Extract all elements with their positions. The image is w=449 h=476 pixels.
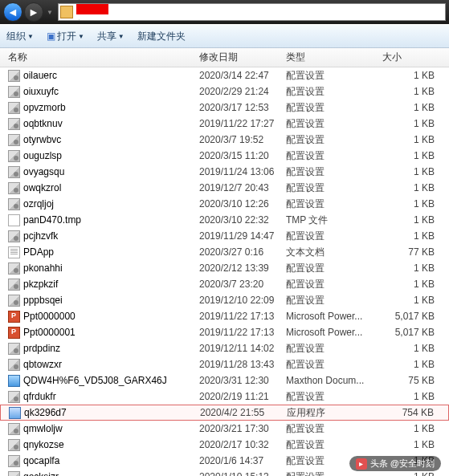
file-date: 2019/11/22 17:13 [199,311,286,322]
breadcrumb-item[interactable]: xx [76,3,117,14]
file-name: Ppt0000001 [23,327,76,338]
file-name: prdpdinz [23,343,60,354]
table-row[interactable]: opvzmorb2020/3/17 12:53配置设置1 KB [0,100,449,116]
file-size: 1 KB [382,471,449,476]
new-folder-button[interactable]: 新建文件夹 [137,30,186,43]
address-bar[interactable]: 计算机▸Win7 (C:)▸用户▸xx▸AppData▸Local▸Temp▸ [58,3,446,21]
table-row[interactable]: Ppt00000012019/11/22 17:13Microsoft Powe… [0,324,449,340]
file-name: qocksizr [23,471,59,476]
file-date: 2020/2/29 21:24 [199,86,286,97]
table-row[interactable]: pkzpkzif2020/3/7 23:20配置设置1 KB [0,276,449,292]
table-row[interactable]: QDW4H%F6_VD5J08_GARX46J2020/3/31 12:30Ma… [0,372,449,389]
table-row[interactable]: panD470.tmp2020/3/10 22:32TMP 文件1 KB [0,212,449,228]
table-row[interactable]: otyrwbvc2020/3/7 19:52配置设置1 KB [0,132,449,148]
config-icon [8,70,20,82]
file-list: oilauerc2020/3/14 22:47配置设置1 KBoiuxuyfc2… [0,67,449,476]
file-size: 75 KB [382,375,449,386]
chevron-down-icon: ▼ [118,33,124,40]
file-type: 配置设置 [286,117,382,131]
file-name: owqkzrol [23,182,61,193]
col-size[interactable]: 大小 [382,51,449,64]
breadcrumb: 计算机▸Win7 (C:)▸用户▸xx▸AppData▸Local▸Temp▸ [76,3,117,21]
file-size: 1 KB [382,182,449,193]
file-name: pkonahhi [23,262,63,274]
table-row[interactable]: pkonahhi2020/2/12 13:39配置设置1 KB [0,260,449,276]
file-date: 2020/3/7 23:20 [199,279,286,290]
file-name: ovyagsqu [23,166,64,177]
file-size: 1 KB [382,423,449,434]
table-row[interactable]: PDApp2020/3/27 0:16文本文档77 KB [0,244,449,260]
table-row[interactable]: qmwloljw2020/3/21 17:30配置设置1 KB [0,421,449,437]
file-type: Microsoft Power... [286,327,382,338]
chevron-right-icon: ▸ [76,17,85,21]
config-icon [8,391,20,403]
chevron-down-icon: ▼ [78,33,84,40]
table-row[interactable]: oiuxuyfc2020/2/29 21:24配置设置1 KB [0,83,449,100]
config-icon [8,230,20,242]
file-size: 77 KB [382,246,449,258]
file-name: qnykozse [23,439,64,450]
col-name[interactable]: 名称 [0,51,199,64]
config-icon [8,343,20,355]
table-row[interactable]: oilauerc2020/3/14 22:47配置设置1 KB [0,67,449,83]
table-row[interactable]: pppbsqei2019/12/10 22:09配置设置1 KB [0,292,449,308]
file-size: 1 KB [382,230,449,242]
file-date: 2020/2/19 11:21 [199,391,286,402]
col-type[interactable]: 类型 [286,51,382,64]
table-row[interactable]: prdpdinz2019/12/11 14:02配置设置1 KB [0,340,449,356]
file-size: 1 KB [382,86,449,97]
table-row[interactable]: qfrdukfr2020/2/19 11:21配置设置1 KB [0,389,449,405]
file-date: 2020/2/17 10:32 [199,439,286,450]
table-row[interactable]: ovyagsqu2019/11/24 13:06配置设置1 KB [0,164,449,180]
table-row[interactable]: ouguzlsp2020/3/15 11:20配置设置1 KB [0,148,449,164]
file-type: 配置设置 [286,278,382,291]
file-type: 配置设置 [286,438,382,452]
watermark: ▸ 头条 @安全时刻 [349,456,441,471]
table-row[interactable]: owqkzrol2019/12/7 20:43配置设置1 KB [0,180,449,196]
file-name: ozrqljoj [23,198,54,210]
file-type: 文本文档 [286,246,382,259]
file-name: panD470.tmp [23,214,81,226]
file-date: 2019/12/10 22:09 [199,295,286,306]
file-size: 1 KB [382,214,449,226]
table-row[interactable]: pcjhzvfk2019/11/29 14:47配置设置1 KB [0,228,449,244]
file-date: 2020/3/21 17:30 [199,423,286,434]
file-type: 配置设置 [286,165,382,179]
file-name: pkzpkzif [23,279,58,290]
table-row[interactable]: oqbtknuv2019/11/22 17:27配置设置1 KB [0,116,449,132]
file-date: 2019/12/11 14:02 [199,343,286,354]
file-date: 2019/11/29 14:47 [199,230,286,242]
table-row[interactable]: ozrqljoj2020/3/10 12:26配置设置1 KB [0,196,449,212]
file-type: 配置设置 [286,197,382,211]
toolbar: 组织 ▼ ▣ 打开 ▼ 共享 ▼ 新建文件夹 [0,24,449,48]
share-menu[interactable]: 共享 ▼ [97,30,124,43]
file-date: 2020/4/2 21:55 [200,407,287,418]
table-row[interactable]: qbtowzxr2019/11/28 13:43配置设置1 KB [0,356,449,372]
config-icon [8,198,20,210]
file-type: 配置设置 [286,390,382,404]
nav-history-dropdown[interactable]: ▼ [45,4,55,20]
file-date: 2019/11/22 17:27 [199,118,286,129]
file-name: PDApp [23,246,54,258]
exe-icon [9,407,21,419]
open-button[interactable]: ▣ 打开 ▼ [47,30,84,43]
config-icon [8,439,20,451]
file-size: 1 KB [382,198,449,210]
table-row[interactable]: qnykozse2020/2/17 10:32配置设置1 KB [0,437,449,453]
table-row[interactable]: Ppt00000002019/11/22 17:13Microsoft Powe… [0,308,449,324]
file-name: ouguzlsp [23,150,62,161]
organize-menu[interactable]: 组织 ▼ [6,30,34,43]
txt-icon [8,246,20,258]
watermark-icon: ▸ [356,458,367,470]
column-headers: 名称 修改日期 类型 大小 [0,48,449,67]
ppt-icon [8,327,20,339]
col-date[interactable]: 修改日期 [199,51,286,64]
file-name: QDW4H%F6_VD5J08_GARX46J [23,375,167,386]
file-date: 2020/3/10 22:32 [199,214,286,226]
file-type: 配置设置 [286,294,382,307]
nav-back-button[interactable]: ◄ [3,2,22,22]
file-size: 1 KB [382,102,449,113]
nav-forward-button[interactable]: ► [24,2,43,22]
table-row[interactable]: qk3296d72020/4/2 21:55应用程序754 KB [0,405,449,421]
file-type: TMP 文件 [286,214,382,227]
